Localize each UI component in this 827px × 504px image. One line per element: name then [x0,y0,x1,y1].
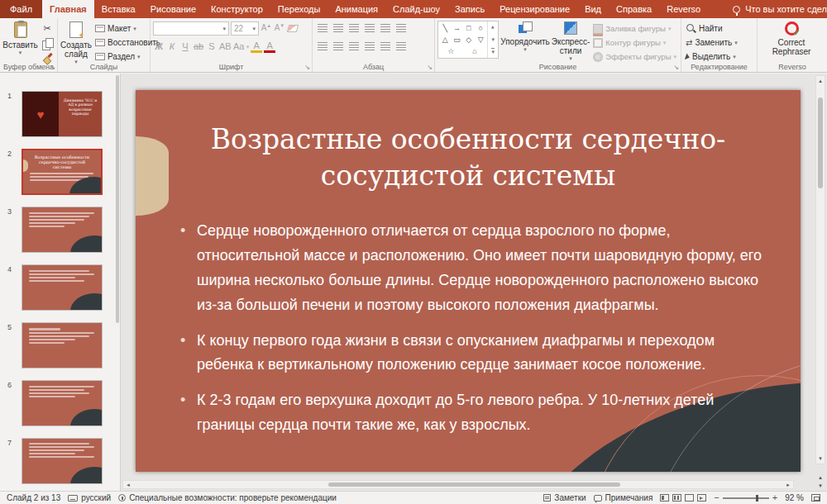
tab-design[interactable]: Конструктор [203,0,270,18]
slideshow-button[interactable] [697,494,706,502]
zoom-level[interactable]: 92 % [785,493,804,502]
replace-button[interactable]: ⇄ Заменить [684,36,739,49]
shape-diamond-button[interactable]: ◇ [463,34,475,45]
slide-thumbnail-2-selected[interactable]: Возрастные особенности сердечно-сосудист… [22,149,103,195]
paragraph-dialog-launcher[interactable] [427,64,433,71]
underline-button[interactable]: Ч [179,40,191,53]
select-button[interactable]: Выделить [684,50,739,63]
tab-insert[interactable]: Вставка [94,0,143,18]
justify-button[interactable] [362,40,376,53]
clear-formatting-button[interactable] [287,21,299,35]
scroll-up-icon[interactable]: ▴ [819,76,822,86]
shape-rectangle-button[interactable]: □ [463,22,475,34]
reading-view-button[interactable] [685,494,694,502]
tab-review[interactable]: Рецензирование [492,0,577,18]
scroll-left-icon[interactable]: ◂ [123,482,133,488]
shape-fill-button[interactable]: Заливка фигуры [591,22,678,35]
clipboard-dialog-launcher[interactable] [50,64,55,71]
slide-counter[interactable]: Слайд 2 из 13 [7,493,60,502]
columns-button[interactable] [378,40,392,53]
change-case-button[interactable]: Аа [233,40,245,53]
scroll-down-icon[interactable]: ▾ [819,454,822,464]
tab-help[interactable]: Справка [609,0,659,18]
slide-body-text[interactable]: Сердце новорожденного отличается от серд… [177,219,766,449]
zoom-slider-thumb[interactable] [756,495,758,502]
indent-decrease-button[interactable] [347,21,361,35]
previous-slide-button[interactable]: ▴ [819,474,822,481]
smartart-convert-button[interactable] [394,40,408,53]
accessibility-checker-button[interactable]: Специальные возможности: проверьте реком… [118,493,337,502]
increase-font-button[interactable]: А▲ [261,21,272,35]
tab-slideshow[interactable]: Слайд-шоу [385,0,447,18]
line-spacing-button[interactable] [378,21,392,35]
slide-thumbnail-1[interactable]: ♥ Динамика ЧСС и АД в разные возрастные … [22,91,103,137]
slide-title[interactable]: Возрастные особенности сердечно-сосудист… [164,121,772,193]
tab-view[interactable]: Вид [577,0,609,18]
align-right-button[interactable] [347,40,361,53]
tab-home[interactable]: Главная [42,0,94,18]
shapes-more-icon[interactable] [491,48,495,55]
font-size-combobox[interactable]: 22 [231,21,259,36]
cut-button[interactable]: ✂ [40,22,55,35]
shape-home-button[interactable]: ⌂ [469,45,480,57]
normal-view-button[interactable] [660,494,669,502]
slide-sorter-view-button[interactable] [672,494,681,502]
thumbnail-scrollbar[interactable] [116,75,119,323]
shape-effects-button[interactable]: Эффекты фигуры [591,50,678,63]
shape-ellipse-button[interactable]: ○ [475,22,486,34]
decrease-font-button[interactable]: А▼ [274,21,285,35]
new-slide-button[interactable]: Создать слайд [60,20,92,64]
bold-button[interactable]: Ж [153,40,165,53]
text-shadow-button[interactable]: S [206,40,218,53]
font-color-button[interactable]: А [264,40,275,53]
comments-button[interactable]: Примечания [594,493,653,502]
copy-button[interactable] [40,37,55,50]
strikethrough-button[interactable]: ab [193,40,204,53]
language-button[interactable]: русский [68,493,111,502]
vertical-scroll-thumb[interactable] [818,97,823,188]
tab-reverso[interactable]: Reverso [659,0,708,18]
shape-down-triangle-button[interactable]: ▽ [475,34,486,45]
horizontal-scroll-thumb[interactable] [328,483,621,487]
align-left-button[interactable] [315,40,329,53]
character-spacing-button[interactable]: АВ [219,40,232,53]
shape-arrow-button[interactable]: → [451,22,462,34]
slide-canvas[interactable]: Возрастные особенности сердечно-сосудист… [136,90,801,472]
bullets-button[interactable] [315,21,329,35]
tab-animations[interactable]: Анимация [327,0,385,18]
zoom-in-button[interactable] [772,493,777,502]
shape-outline-button[interactable]: Контур фигуры [591,36,678,49]
slide-thumbnail-3[interactable] [22,207,103,253]
shape-star-button[interactable]: ☆ [445,45,457,57]
next-slide-button[interactable]: ▾ [819,483,822,489]
scroll-right-icon[interactable]: ▸ [783,482,793,488]
shape-triangle-button[interactable]: △ [439,34,451,45]
vertical-scrollbar[interactable]: ▴ ▾ [815,75,825,464]
shape-rounded-rect-button[interactable]: ▭ [451,34,462,45]
highlight-color-button[interactable]: А [251,40,262,53]
tab-record[interactable]: Запись [447,0,492,18]
tab-draw[interactable]: Рисование [143,0,203,18]
shapes-scroll-up-icon[interactable] [491,25,495,31]
drawing-dialog-launcher[interactable] [673,64,679,71]
italic-button[interactable]: К [166,40,178,53]
shape-line-button[interactable]: ╲ [439,22,451,34]
zoom-out-button[interactable] [714,493,719,502]
font-name-combobox[interactable] [153,21,229,36]
slide-thumbnail-4[interactable] [22,264,103,311]
align-center-button[interactable] [331,40,345,53]
paste-button[interactable]: Вставить [2,20,38,61]
numbering-button[interactable] [331,21,345,35]
find-button[interactable]: Найти [684,22,739,35]
arrange-button[interactable]: Упорядочить [500,20,550,61]
zoom-slider[interactable] [723,497,769,499]
indent-increase-button[interactable] [362,21,376,35]
shapes-scroll-down-icon[interactable] [491,36,495,42]
notes-button[interactable]: Заметки [543,493,586,502]
tab-file[interactable]: Файл [0,0,42,18]
fit-slide-to-window-button[interactable] [811,494,820,502]
font-dialog-launcher[interactable] [304,64,310,71]
slide-thumbnail-6[interactable] [22,380,103,426]
text-direction-button[interactable] [394,21,408,35]
horizontal-scrollbar[interactable]: ◂ ▸ [122,480,794,489]
